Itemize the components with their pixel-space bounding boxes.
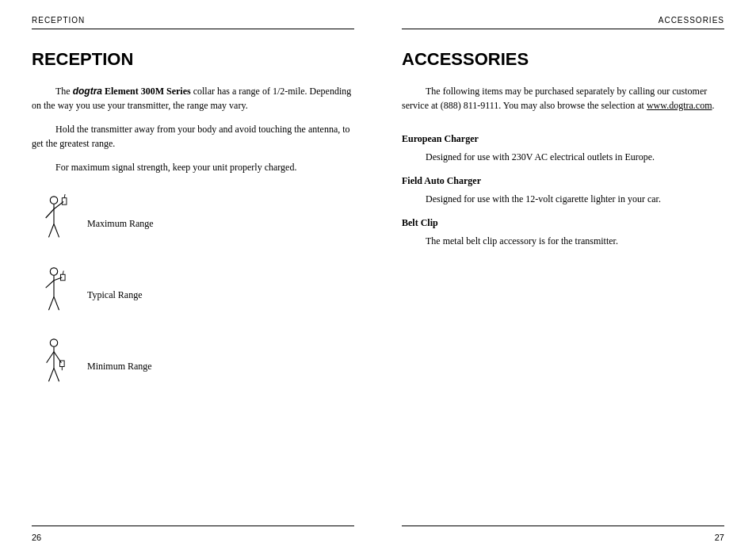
reception-title: RECEPTION <box>32 49 354 70</box>
european-charger-title: European Charger <box>402 133 724 145</box>
figure-row-minimum: Minimum Range <box>32 334 354 398</box>
svg-point-0 <box>50 196 57 203</box>
right-page: ACCESSORIES ACCESSORIES The following it… <box>378 0 756 558</box>
right-footer: 27 <box>402 526 724 542</box>
svg-line-4 <box>54 224 59 237</box>
belt-clip-title: Belt Clip <box>402 217 724 229</box>
svg-line-11 <box>45 280 53 287</box>
svg-line-13 <box>48 296 54 310</box>
svg-line-12 <box>54 296 59 310</box>
figures-section: Maximum Range <box>32 192 354 526</box>
reception-body1: Hold the transmitter away from your body… <box>32 122 354 151</box>
reception-body2: For maximum signal strength, keep your u… <box>32 160 354 174</box>
figure-row-typical: Typical Range <box>32 263 354 327</box>
figure-minimum-label: Minimum Range <box>87 361 152 373</box>
right-header-title: ACCESSORIES <box>659 16 724 25</box>
person-minimum-icon <box>34 337 74 396</box>
figure-row-maximum: Maximum Range <box>32 192 354 255</box>
figure-minimum <box>32 334 75 398</box>
figure-maximum <box>32 192 75 255</box>
svg-line-3 <box>45 208 53 217</box>
belt-clip-desc: The metal belt clip accessory is for the… <box>402 234 724 248</box>
svg-rect-6 <box>62 197 67 204</box>
brand-name: dogtra <box>73 86 102 97</box>
person-typical-icon <box>34 266 74 325</box>
right-page-number: 27 <box>715 533 724 542</box>
svg-line-20 <box>54 368 59 381</box>
left-header-title: RECEPTION <box>32 16 85 25</box>
figure-typical-label: Typical Range <box>87 289 142 301</box>
person-maximum-icon <box>34 194 74 254</box>
right-header: ACCESSORIES <box>402 16 724 29</box>
european-charger-desc: Designed for use with 230V AC electrical… <box>402 150 724 164</box>
figure-typical <box>32 263 75 327</box>
left-page-number: 26 <box>32 533 41 542</box>
svg-point-16 <box>50 338 57 346</box>
field-auto-charger-title: Field Auto Charger <box>402 175 724 187</box>
page-container: RECEPTION RECEPTION The dogtra Element 3… <box>0 0 756 558</box>
accessories-intro: The following items may be purchased sep… <box>402 84 724 113</box>
field-auto-charger-desc: Designed for use with the 12-volt cigare… <box>402 192 724 206</box>
accessories-link[interactable]: www.dogtra.com <box>647 100 712 111</box>
reception-intro: The dogtra Element 300M Series collar ha… <box>32 84 354 113</box>
svg-point-8 <box>50 267 57 274</box>
left-page: RECEPTION RECEPTION The dogtra Element 3… <box>0 0 378 558</box>
svg-line-19 <box>46 351 53 362</box>
accessories-title: ACCESSORIES <box>402 49 724 70</box>
svg-line-5 <box>48 224 54 237</box>
accessories-list: European Charger Designed for use with 2… <box>402 122 724 258</box>
svg-line-15 <box>63 270 63 274</box>
left-header: RECEPTION <box>32 16 354 29</box>
left-footer: 26 <box>32 526 354 542</box>
svg-line-7 <box>64 194 65 198</box>
svg-line-21 <box>48 368 54 381</box>
figure-maximum-label: Maximum Range <box>87 218 154 230</box>
brand-series: Element 300M Series <box>105 86 191 97</box>
